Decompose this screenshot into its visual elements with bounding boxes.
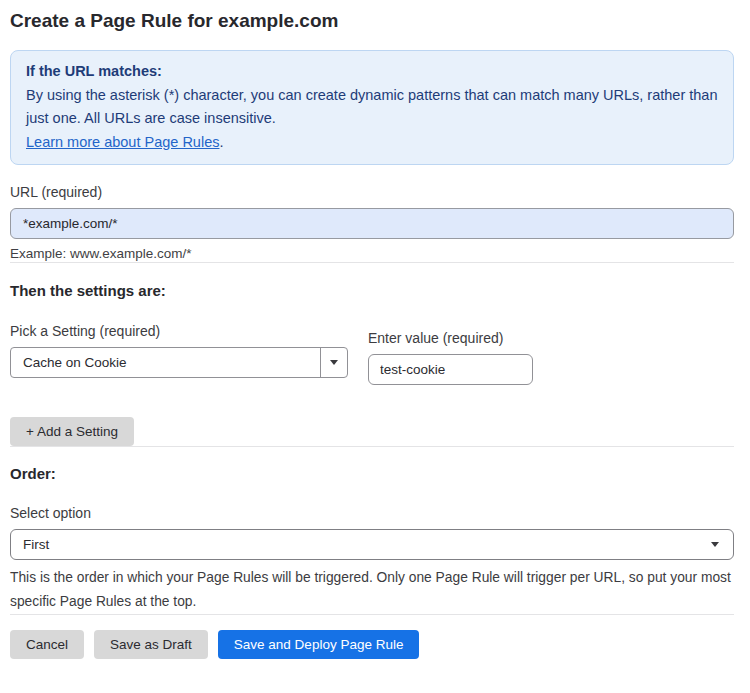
- setting-label: Pick a Setting (required): [10, 323, 348, 339]
- save-draft-button[interactable]: Save as Draft: [94, 630, 208, 659]
- add-setting-button[interactable]: + Add a Setting: [10, 417, 134, 446]
- info-box-heading: If the URL matches:: [26, 60, 718, 84]
- chevron-down-icon: [711, 542, 719, 547]
- value-column: Enter value (required): [368, 330, 533, 385]
- divider: [10, 262, 734, 263]
- url-input[interactable]: [10, 208, 734, 239]
- order-select-value: First: [23, 537, 49, 552]
- info-box-body: By using the asterisk (*) character, you…: [26, 84, 718, 131]
- setting-dropdown-value: Cache on Cookie: [11, 348, 320, 377]
- settings-row: Pick a Setting (required) Cache on Cooki…: [10, 323, 734, 385]
- order-heading: Order:: [10, 465, 734, 483]
- value-label: Enter value (required): [368, 330, 533, 346]
- url-label: URL (required): [10, 184, 734, 200]
- url-example-hint: Example: www.example.com/*: [10, 246, 734, 262]
- cancel-button[interactable]: Cancel: [10, 630, 84, 659]
- save-deploy-button[interactable]: Save and Deploy Page Rule: [218, 630, 420, 659]
- learn-more-link[interactable]: Learn more about Page Rules: [26, 134, 219, 150]
- order-select[interactable]: First: [10, 529, 734, 560]
- divider: [10, 614, 734, 615]
- link-suffix: .: [219, 134, 223, 150]
- page-title: Create a Page Rule for example.com: [10, 9, 734, 33]
- form-actions: Cancel Save as Draft Save and Deploy Pag…: [10, 630, 734, 659]
- chevron-down-icon: [330, 360, 338, 365]
- page-rule-form: Create a Page Rule for example.com If th…: [0, 0, 750, 659]
- setting-dropdown[interactable]: Cache on Cookie: [10, 347, 348, 378]
- setting-column: Pick a Setting (required) Cache on Cooki…: [10, 323, 348, 378]
- setting-dropdown-arrow-button[interactable]: [320, 348, 347, 377]
- info-box-link-line: Learn more about Page Rules.: [26, 131, 718, 155]
- order-select-label: Select option: [10, 505, 734, 521]
- order-help-text: This is the order in which your Page Rul…: [10, 566, 734, 614]
- divider: [10, 446, 734, 447]
- settings-heading: Then the settings are:: [10, 282, 734, 300]
- url-match-info-box: If the URL matches: By using the asteris…: [10, 50, 734, 165]
- setting-value-input[interactable]: [368, 354, 533, 385]
